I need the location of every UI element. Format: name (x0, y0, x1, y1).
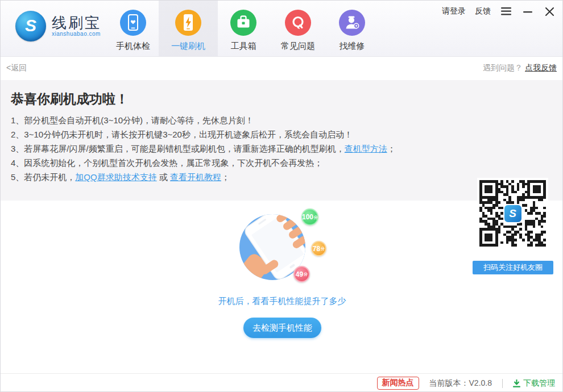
header: S 线刷宝 xianshuabao.com 手机体检 (1, 1, 563, 57)
qr-code: S (477, 178, 548, 249)
footer-bar: 新闻热点 当前版本：V2.0.8 下载管理 (1, 373, 563, 392)
notice-line: 5、若仍未开机，加QQ群求助技术支持 或 查看开机教程； (11, 170, 454, 184)
back-button[interactable]: <返回 (6, 63, 27, 73)
version-label: 当前版本：V2.0.8 (429, 378, 492, 389)
login-link[interactable]: 请登录 (442, 6, 466, 16)
score-bubble-100: 100分 (301, 208, 318, 226)
score-unit: 分 (304, 272, 308, 276)
nav-label: 找维修 (340, 41, 365, 52)
click-feedback-link[interactable]: 点我反馈 (525, 63, 557, 72)
success-title: 恭喜你刷机成功啦！ (11, 90, 129, 108)
nav-item-find-repair[interactable]: 找维修 (325, 1, 379, 56)
notice-list: 1、部分机型会自动开机(3~10分钟)，请耐心等待，先休息片刻！2、3~10分钟… (11, 113, 454, 184)
download-icon (513, 380, 520, 387)
nav-label: 工具箱 (231, 41, 256, 52)
score-unit: 分 (314, 215, 318, 219)
qr-caption-banner[interactable]: 扫码关注好机友圈 (473, 261, 553, 274)
nav-item-toolbox[interactable]: 工具箱 (216, 1, 271, 56)
news-hotspot-button[interactable]: 新闻热点 (377, 377, 419, 390)
app-subtitle: xianshuabao.com (52, 31, 101, 37)
nav-label: 手机体检 (116, 41, 150, 52)
download-manager-button[interactable]: 下载管理 (513, 378, 555, 389)
window-controls: 请登录 反馈 (442, 5, 556, 18)
nav-item-faq[interactable]: 常见问题 (271, 1, 325, 56)
phone-check-icon (120, 10, 146, 36)
nav-label: 常见问题 (281, 41, 315, 52)
notice-line: 2、3~10分钟仍未开机时，请长按开机键3~20秒，出现开机迹象后松开，系统会自… (11, 127, 454, 141)
close-icon[interactable] (543, 5, 556, 18)
question-icon (285, 10, 311, 36)
notice-line: 1、部分机型会自动开机(3~10分钟)，请耐心等待，先休息片刻！ (11, 113, 454, 127)
menu-icon[interactable] (500, 5, 512, 18)
score-unit: 分 (321, 247, 325, 251)
logo-s-icon: S (15, 11, 46, 41)
qr-monogram: S (509, 207, 516, 220)
toolbox-icon (230, 10, 256, 36)
success-notice-panel: 恭喜你刷机成功啦！ 1、部分机型会自动开机(3~10分钟)，请耐心等待，先休息片… (1, 80, 563, 201)
logo-monogram: S (25, 16, 36, 35)
inline-link[interactable]: 加QQ群求助技术支持 (75, 172, 156, 182)
score-value: 78 (313, 245, 320, 252)
sub-bar: <返回 遇到问题？ 点我反馈 (1, 57, 563, 80)
score-bubble-49: 49分 (293, 266, 310, 282)
repair-person-icon (339, 10, 365, 36)
footer-divider (502, 379, 503, 388)
app-window: S 线刷宝 xianshuabao.com 手机体检 (0, 0, 563, 392)
check-performance-button[interactable]: 去检测手机性能 (243, 318, 321, 338)
minimize-icon[interactable] (521, 5, 534, 18)
score-value: 49 (296, 271, 303, 278)
problem-label: 遇到问题？ (483, 63, 523, 72)
result-caption: 开机后，看看手机性能提升了多少 (1, 296, 563, 307)
notice-line: 4、因系统初始化，个别机型首次开机会发热，属正常现象，下次开机不会再发热； (11, 156, 454, 170)
flash-phone-icon (175, 10, 201, 36)
qr-logo-icon: S (503, 204, 523, 223)
app-title: 线刷宝 (52, 15, 101, 31)
score-bubble-78: 78分 (311, 241, 326, 256)
nav-item-one-key-flash[interactable]: 一键刷机 (159, 1, 218, 56)
app-logo: S 线刷宝 xianshuabao.com (15, 11, 101, 41)
nav-item-phone-checkup[interactable]: 手机体检 (106, 1, 160, 56)
notice-line: 3、若屏幕花屏/闪屏/频繁重启，可能是刷错机型或刷机包，请重新选择正确的机型刷机… (11, 141, 454, 156)
problem-hint: 遇到问题？ 点我反馈 (483, 63, 557, 73)
score-value: 100 (302, 214, 313, 220)
nav-label: 一键刷机 (171, 41, 205, 52)
download-label: 下载管理 (523, 378, 555, 389)
inline-link[interactable]: 查机型方法 (345, 144, 387, 153)
inline-link[interactable]: 查看开机教程 (170, 172, 221, 182)
feedback-link[interactable]: 反馈 (475, 6, 491, 16)
